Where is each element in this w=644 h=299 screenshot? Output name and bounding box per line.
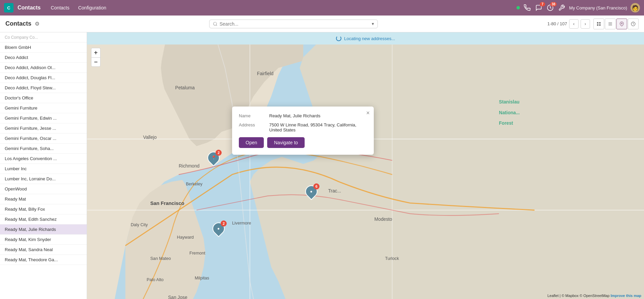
list-item[interactable]: Deco Addict <box>0 53 87 63</box>
svg-rect-4 <box>599 22 600 23</box>
list-item[interactable]: Ready Mat, Kim Snyder <box>0 235 87 245</box>
list-item[interactable]: Ready Mat, Julie Richards <box>0 225 87 235</box>
list-view-button[interactable] <box>605 19 616 29</box>
svg-text:Livermore: Livermore <box>232 221 251 226</box>
page-title: Contacts <box>5 20 31 27</box>
user-avatar[interactable]: 🧑 <box>631 3 640 12</box>
map-pin[interactable]: 📍 2 <box>207 152 220 164</box>
phone-icon[interactable] <box>523 4 531 12</box>
popup-address-label: Address <box>239 122 262 132</box>
svg-text:Petaluma: Petaluma <box>175 85 195 90</box>
page-settings-button[interactable]: ⚙ <box>35 21 39 27</box>
map-attribution: Leaflet | © Mapbox © OpenStreetMap Impro… <box>548 294 641 298</box>
prev-page-button[interactable]: ‹ <box>569 19 579 29</box>
map-svg: Petaluma Fairfield Vallejo Richmond Berk… <box>87 32 644 299</box>
list-item[interactable]: Gemini Furniture, Jesse ... <box>0 123 87 133</box>
list-item[interactable]: Lumber Inc <box>0 164 87 174</box>
topbar-menu: Contacts Configuration <box>47 4 110 12</box>
list-item[interactable]: Deco Addict, Floyd Stew... <box>0 83 87 93</box>
list-item[interactable]: Deco Addict, Addison Ol... <box>0 63 87 73</box>
map-view-button[interactable] <box>616 19 627 29</box>
svg-rect-3 <box>597 22 598 23</box>
svg-text:Milpitas: Milpitas <box>195 276 209 280</box>
search-icon <box>213 22 218 26</box>
map-pin[interactable]: ● 2 <box>213 222 225 235</box>
map-status-text: Locating new addresses... <box>344 36 395 41</box>
popup-open-button[interactable]: Open <box>239 137 264 148</box>
view-buttons <box>593 19 639 29</box>
svg-text:Nationa...: Nationa... <box>499 110 520 115</box>
content-area: Co Company Co... Bloem GmbH Deco Addict … <box>0 32 644 299</box>
svg-text:Stanislau: Stanislau <box>499 99 520 104</box>
svg-text:Daly City: Daly City <box>131 222 148 227</box>
list-item[interactable]: Gemini Furniture <box>0 103 87 113</box>
clock-icon[interactable]: 38 <box>546 4 554 12</box>
clock-badge: 38 <box>550 2 557 6</box>
zoom-out-button[interactable]: − <box>91 57 101 67</box>
popup-actions: Open Navigate to <box>239 137 367 148</box>
app-logo[interactable]: C <box>4 3 13 12</box>
popup-close-button[interactable]: × <box>366 110 370 116</box>
svg-text:San Francisco: San Francisco <box>150 201 184 206</box>
loading-spinner <box>336 36 341 41</box>
list-item[interactable]: Deco Addict, Douglas Fl... <box>0 73 87 83</box>
settings-icon[interactable] <box>558 4 566 12</box>
topbar: C Contacts Contacts Configuration 7 38 M… <box>0 0 644 16</box>
svg-text:San Mateo: San Mateo <box>150 256 171 261</box>
svg-text:Modesto: Modesto <box>374 217 392 222</box>
map-area[interactable]: Locating new addresses... <box>87 32 644 299</box>
popup-name-row: Name Ready Mat, Julie Richards <box>239 113 367 118</box>
svg-text:Palo Alto: Palo Alto <box>147 277 164 282</box>
messages-badge: 7 <box>540 2 545 6</box>
search-input[interactable] <box>220 21 370 27</box>
list-item[interactable]: Lumber Inc, Lorraine Do... <box>0 174 87 184</box>
svg-line-2 <box>216 25 217 26</box>
list-item[interactable]: Gemini Furniture, Oscar ... <box>0 133 87 144</box>
popup-navigate-button[interactable]: Navigate to <box>267 137 305 148</box>
map-zoom-controls: + − <box>91 48 101 67</box>
svg-text:Richmond: Richmond <box>179 163 200 169</box>
popup-address-row: Address 7500 W Linne Road, 95304 Tracy, … <box>239 122 367 132</box>
pagination-text: 1-80 / 107 <box>547 21 567 26</box>
list-item[interactable]: Gemini Furniture, Soha... <box>0 144 87 154</box>
messages-icon[interactable]: 7 <box>535 4 543 12</box>
kanban-view-button[interactable] <box>593 19 604 29</box>
map-status-bar: Locating new addresses... <box>87 32 644 44</box>
svg-text:Fairfield: Fairfield <box>257 71 274 76</box>
zoom-in-button[interactable]: + <box>91 48 101 57</box>
company-name: My Company (San Francisco) <box>569 5 627 10</box>
list-item[interactable]: Ready Mat <box>0 194 87 204</box>
list-item[interactable]: Doctor's Office <box>0 93 87 103</box>
activity-view-button[interactable] <box>628 19 639 29</box>
online-status <box>516 6 520 9</box>
list-item[interactable]: Ready Mat, Billy Fox <box>0 204 87 214</box>
list-item[interactable]: Gemini Furniture, Edwin ... <box>0 113 87 123</box>
list-item[interactable]: OpenWood <box>0 184 87 194</box>
list-item[interactable]: Co Company Co... <box>0 32 87 42</box>
list-item[interactable]: Ready Mat, Edith Sanchez <box>0 214 87 225</box>
popup-address-value: 7500 W Linne Road, 95304 Tracy, Californ… <box>269 122 367 132</box>
next-page-button[interactable]: › <box>581 19 590 29</box>
improve-map-link[interactable]: Improve this map <box>611 294 641 298</box>
search-bar: ▾ <box>209 20 378 28</box>
search-dropdown-button[interactable]: ▾ <box>372 21 374 26</box>
svg-text:Berkeley: Berkeley <box>186 182 203 186</box>
svg-text:Hayward: Hayward <box>177 235 194 240</box>
svg-rect-5 <box>597 24 598 26</box>
svg-text:Forest: Forest <box>499 121 513 126</box>
menu-configuration[interactable]: Configuration <box>75 4 110 12</box>
list-item[interactable]: Ready Mat, Sandra Neal <box>0 245 87 255</box>
list-item[interactable]: Bloem GmbH <box>0 42 87 53</box>
svg-rect-6 <box>599 24 600 26</box>
list-item[interactable]: Los Angeles Convention ... <box>0 154 87 164</box>
menu-contacts[interactable]: Contacts <box>47 4 73 12</box>
list-item[interactable]: Ready Mat, Theodore Ga... <box>0 255 87 265</box>
contacts-sidebar: Co Company Co... Bloem GmbH Deco Addict … <box>0 32 87 299</box>
svg-point-1 <box>213 22 216 25</box>
popup-name-label: Name <box>239 113 262 118</box>
map-pin[interactable]: ● 6 <box>305 185 317 198</box>
topbar-right: 7 38 My Company (San Francisco) 🧑 <box>516 3 640 12</box>
popup-name-value: Ready Mat, Julie Richards <box>269 113 320 118</box>
map-background: Locating new addresses... <box>87 32 644 299</box>
map-popup: × Name Ready Mat, Julie Richards Address… <box>232 107 374 155</box>
